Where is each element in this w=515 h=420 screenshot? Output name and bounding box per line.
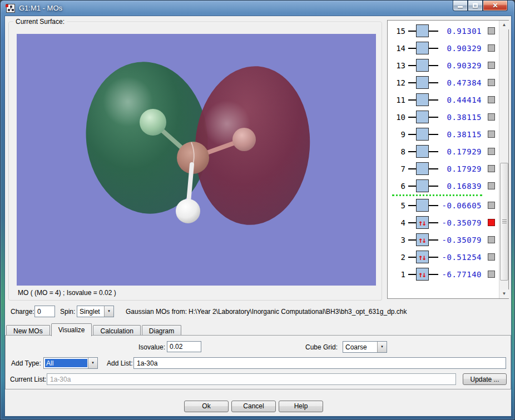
mo-checkbox[interactable] — [488, 202, 495, 209]
mo-level-box[interactable] — [416, 162, 429, 175]
mo-energy-value: -0.06605 — [438, 201, 482, 210]
mo-energy-value: -0.35079 — [438, 218, 482, 227]
charge-label: Charge: — [11, 308, 34, 316]
spin-select[interactable]: Singlet ▼ — [77, 306, 114, 317]
mo-number: 11 — [388, 96, 405, 104]
scrollbar-grip — [502, 219, 507, 224]
mo-checkbox[interactable] — [488, 131, 495, 138]
mo-level-box[interactable] — [416, 179, 429, 192]
chevron-down-icon[interactable]: ▼ — [88, 358, 97, 368]
tab-calculation[interactable]: Calculation — [93, 325, 140, 336]
add-list-label: Add List: — [107, 359, 133, 367]
level-line — [408, 274, 416, 275]
scroll-up-icon[interactable]: ▲ — [499, 21, 509, 29]
scroll-down-icon[interactable]: ▼ — [499, 289, 509, 298]
mo-checkbox[interactable] — [488, 165, 495, 172]
level-line — [429, 168, 438, 169]
level-line — [429, 274, 438, 275]
tab-new-mos[interactable]: New MOs — [6, 325, 50, 336]
mo-checkbox[interactable] — [488, 62, 495, 69]
mo-level-box[interactable] — [416, 59, 429, 72]
mo-energy-value: 0.91301 — [438, 27, 482, 36]
spin-down-icon: ↓ — [422, 270, 425, 279]
mo-checkbox[interactable] — [488, 96, 495, 103]
maximize-button[interactable] — [468, 1, 483, 11]
chevron-down-icon[interactable]: ▼ — [377, 342, 387, 352]
mo-checkbox[interactable] — [488, 182, 495, 189]
mo-number: 4 — [388, 218, 405, 227]
current-surface-groupbox: Current Surface: — [8, 22, 382, 301]
title-bar[interactable]: G1:M1 - MOs ✕ — [1, 1, 514, 16]
app-icon — [6, 4, 15, 13]
mo-level-box[interactable] — [416, 111, 429, 123]
mo-checkbox[interactable] — [488, 113, 495, 121]
mo-checkbox[interactable] — [488, 271, 495, 278]
mo-list-scrollbar[interactable]: ▲ ▼ — [499, 21, 508, 298]
mo-number: 6 — [388, 182, 405, 191]
help-button[interactable]: Help — [279, 401, 323, 412]
mo-energy-value: -0.35079 — [438, 236, 482, 244]
tab-diagram[interactable]: Diagram — [142, 325, 181, 336]
mo-level-box[interactable] — [416, 24, 429, 37]
charge-input[interactable] — [34, 306, 55, 317]
mo-level-box[interactable] — [416, 93, 429, 106]
mo-energy-value: 0.16839 — [438, 182, 482, 191]
mo-number: 14 — [388, 44, 405, 53]
level-line — [429, 65, 438, 66]
add-list-input[interactable] — [133, 357, 506, 369]
level-line — [429, 186, 438, 187]
mo-level-box[interactable] — [416, 145, 429, 158]
level-line — [429, 134, 438, 135]
mo-checkbox[interactable] — [488, 219, 495, 226]
isovalue-input[interactable] — [167, 341, 201, 352]
chevron-down-icon[interactable]: ▼ — [104, 306, 113, 317]
add-type-select[interactable]: All ▼ — [43, 357, 98, 369]
cube-grid-selected-value: Coarse — [345, 343, 377, 351]
cancel-button[interactable]: Cancel — [231, 401, 276, 412]
tab-bar: New MOs Visualize Calculation Diagram — [6, 324, 182, 336]
ok-button[interactable]: Ok — [184, 401, 229, 412]
current-list-input — [47, 373, 456, 385]
spin-down-icon: ↓ — [422, 236, 425, 244]
mo-level-box[interactable] — [416, 199, 429, 212]
level-line — [429, 82, 438, 83]
level-line — [408, 151, 416, 152]
mo-level-box[interactable]: ↑↓ — [416, 268, 429, 281]
dialog-client-area: Current Surface: — [5, 16, 511, 416]
tab-visualize[interactable]: Visualize — [51, 323, 92, 336]
spin-down-icon: ↓ — [422, 253, 425, 262]
mo-level-box[interactable] — [416, 76, 429, 89]
mo-list-row: 8 0.17929 — [388, 143, 497, 160]
mo-level-box[interactable] — [416, 128, 429, 141]
update-button[interactable]: Update ... — [463, 373, 507, 385]
mo-checkbox[interactable] — [488, 27, 495, 34]
close-button[interactable]: ✕ — [483, 1, 508, 11]
level-line — [429, 222, 438, 223]
orbital-3d-viewport[interactable] — [17, 34, 376, 286]
mo-level-box[interactable]: ↑↓ — [416, 233, 429, 246]
cube-grid-select[interactable]: Coarse ▼ — [343, 341, 387, 353]
mo-level-box[interactable] — [416, 42, 429, 54]
mo-checkbox[interactable] — [488, 236, 495, 243]
mo-list-row: 6 0.16839 — [388, 177, 497, 194]
mo-level-box[interactable]: ↑↓ — [416, 216, 429, 229]
mo-list-row: 7 0.17929 — [388, 160, 497, 177]
mo-checkbox[interactable] — [488, 148, 495, 155]
hydrogen-atom-1 — [140, 109, 166, 136]
current-list-label: Current List: — [10, 376, 46, 383]
minimize-icon — [458, 6, 463, 8]
mo-list-row: 2 ↑↓ -0.51254 — [388, 248, 497, 266]
mo-checkbox[interactable] — [488, 253, 495, 261]
isovalue-label: Isovalue: — [138, 343, 165, 351]
maximize-icon — [473, 3, 478, 8]
spin-selected-value: Singlet — [80, 308, 103, 316]
level-line — [429, 239, 438, 241]
scrollbar-thumb[interactable] — [500, 163, 508, 281]
mo-energy-value: -0.51254 — [438, 253, 482, 262]
minimize-button[interactable] — [453, 1, 468, 11]
mo-checkbox[interactable] — [488, 79, 495, 86]
mo-level-box[interactable]: ↑↓ — [416, 251, 429, 263]
mo-list-row: 10 0.38115 — [388, 108, 497, 126]
level-line — [429, 48, 438, 49]
mo-checkbox[interactable] — [488, 44, 495, 52]
